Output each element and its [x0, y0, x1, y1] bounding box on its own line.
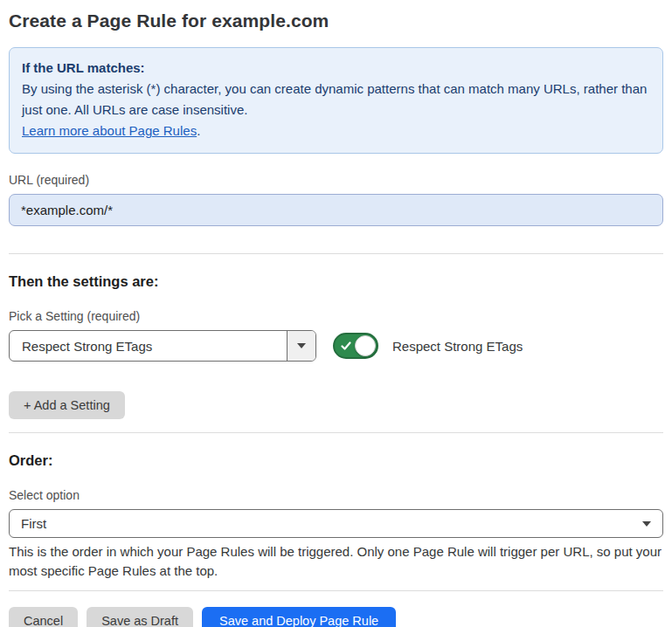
page-title: Create a Page Rule for example.com: [9, 10, 663, 31]
checkmark-icon: [341, 341, 351, 351]
pick-setting-label: Pick a Setting (required): [9, 309, 663, 323]
save-and-deploy-button[interactable]: Save and Deploy Page Rule: [202, 607, 396, 627]
info-box-link-line: Learn more about Page Rules.: [22, 121, 650, 141]
setting-select-value: Respect Strong ETags: [10, 331, 287, 361]
order-select-label: Select option: [9, 488, 663, 502]
order-section-heading: Order:: [9, 452, 663, 469]
form-actions: Cancel Save as Draft Save and Deploy Pag…: [9, 607, 663, 627]
divider: [9, 590, 663, 591]
toggle-knob: [355, 335, 376, 356]
order-select[interactable]: First: [9, 509, 663, 538]
url-input[interactable]: [9, 194, 663, 226]
learn-more-link[interactable]: Learn more about Page Rules: [22, 123, 197, 138]
setting-row: Respect Strong ETags Respect Strong ETag…: [9, 330, 663, 362]
create-page-rule-form: Create a Page Rule for example.com If th…: [0, 0, 672, 627]
settings-section-heading: Then the settings are:: [9, 273, 663, 290]
link-suffix: .: [197, 123, 200, 138]
url-match-info-box: If the URL matches: By using the asteris…: [9, 47, 663, 154]
save-as-draft-button[interactable]: Save as Draft: [87, 607, 193, 627]
divider: [9, 432, 663, 433]
chevron-down-icon: [642, 521, 651, 527]
setting-select-arrow-button[interactable]: [287, 331, 315, 361]
order-select-value: First: [21, 516, 46, 531]
url-label: URL (required): [9, 173, 663, 187]
setting-toggle[interactable]: [333, 333, 378, 359]
add-setting-button[interactable]: + Add a Setting: [9, 391, 125, 419]
cancel-button[interactable]: Cancel: [9, 607, 78, 627]
info-box-body: By using the asterisk (*) character, you…: [22, 79, 650, 121]
divider: [9, 253, 663, 254]
info-box-heading: If the URL matches:: [22, 58, 650, 79]
toggle-label: Respect Strong ETags: [392, 339, 523, 354]
order-help-text: This is the order in which your Page Rul…: [9, 542, 663, 580]
setting-select[interactable]: Respect Strong ETags: [9, 330, 316, 362]
chevron-down-icon: [297, 343, 306, 348]
